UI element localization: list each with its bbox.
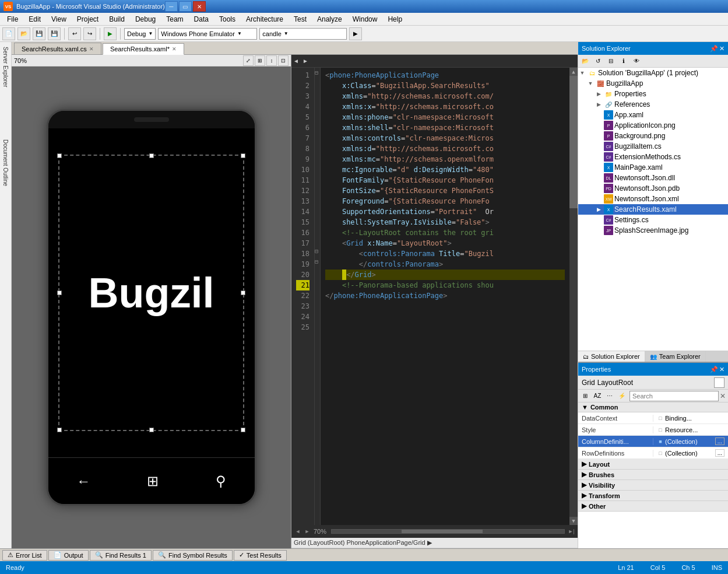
prop-section-layout[interactable]: ▶ Layout bbox=[578, 459, 728, 470]
prop-edit-btn[interactable]: ... bbox=[715, 438, 725, 445]
code-content[interactable]: 12345 678910 1112131415 1617181920 21 22… bbox=[291, 68, 578, 525]
prop-section-transform[interactable]: ▶ Transform bbox=[578, 491, 728, 501]
prop-search-input[interactable] bbox=[629, 391, 719, 401]
menu-window[interactable]: Window bbox=[348, 14, 382, 24]
branch-dropdown[interactable]: candle▼ bbox=[259, 28, 347, 40]
server-explorer-tab[interactable]: Server Explorer bbox=[1, 44, 10, 89]
menu-tools[interactable]: Tools bbox=[214, 14, 240, 24]
se-show-all[interactable]: 📂 bbox=[579, 56, 591, 66]
tree-settings[interactable]: ▶ C# Settings.cs bbox=[578, 215, 728, 225]
editor-vscrollbar[interactable]: ▲ ▼ bbox=[569, 68, 578, 525]
prop-close-btn[interactable]: ✕ bbox=[719, 366, 725, 373]
scroll-left-btn[interactable]: ◄ bbox=[291, 55, 301, 68]
minimize-button[interactable]: ─ bbox=[165, 1, 178, 12]
toolbar-undo[interactable]: ↩ bbox=[68, 27, 81, 40]
tree-mainpage[interactable]: ▶ X MainPage.xaml bbox=[578, 162, 728, 173]
phone-back-btn[interactable]: ← bbox=[76, 473, 90, 489]
phone-search-btn[interactable]: ⚲ bbox=[216, 473, 226, 489]
prop-events[interactable]: ⚡ bbox=[616, 391, 628, 401]
tab-close-xaml[interactable]: ✕ bbox=[172, 46, 177, 52]
se-preview[interactable]: 👁 bbox=[631, 56, 642, 66]
bottom-tab-findsymbol[interactable]: 🔍 Find Symbol Results bbox=[153, 550, 233, 561]
tree-newtonsoft-dll[interactable]: ▶ DL Newtonsoft.Json.dll bbox=[578, 173, 728, 183]
tab-searchresults-xaml[interactable]: SearchResults.xaml* ✕ bbox=[103, 43, 184, 55]
code-lines[interactable]: <phone:PhoneApplicationPage x:Class="Bug… bbox=[321, 68, 569, 525]
toolbar-open[interactable]: 📂 bbox=[17, 27, 30, 40]
scroll-right-btn[interactable]: ► bbox=[301, 55, 310, 68]
tree-bugzillaitem[interactable]: ▶ C# BugzillaItem.cs bbox=[578, 141, 728, 152]
menu-file[interactable]: File bbox=[2, 14, 23, 24]
tab-close-cs[interactable]: ✕ bbox=[89, 46, 94, 52]
prop-by-category[interactable]: ⊞ bbox=[579, 391, 591, 401]
tree-project[interactable]: ▼ 🧱 BugzillaApp bbox=[578, 78, 728, 89]
se-collapse[interactable]: ⊟ bbox=[605, 56, 617, 66]
prop-row-style[interactable]: Style □ Resource... bbox=[578, 424, 728, 436]
toolbar-branch-action[interactable]: ▶ bbox=[349, 27, 362, 40]
close-button[interactable]: ✕ bbox=[193, 1, 206, 12]
tree-searchresults[interactable]: ▶ X SearchResults.xaml bbox=[578, 204, 728, 215]
se-pin-btn[interactable]: 📌 bbox=[710, 45, 718, 52]
toolbar-redo[interactable]: ↪ bbox=[83, 27, 96, 40]
menu-view[interactable]: View bbox=[47, 14, 71, 24]
toolbar-saveall[interactable]: 💾 bbox=[48, 27, 61, 40]
tree-properties[interactable]: ▶ 📁 Properties bbox=[578, 89, 728, 99]
zoom-fit[interactable]: ⤢ bbox=[243, 55, 254, 66]
hscroll-left[interactable]: ◄ bbox=[294, 527, 302, 536]
tree-newtonsoft-pdb[interactable]: ▶ PD Newtonsoft.Json.pdb bbox=[578, 183, 728, 194]
se-refresh[interactable]: ↺ bbox=[592, 56, 604, 66]
tree-references[interactable]: ▶ 🔗 References bbox=[578, 99, 728, 110]
tree-solution[interactable]: ▼ 🗂 Solution 'BugzillaApp' (1 project) bbox=[578, 68, 728, 78]
prop-section-visibility[interactable]: ▶ Visibility bbox=[578, 480, 728, 491]
scroll-down-btn[interactable]: ▼ bbox=[569, 517, 578, 525]
bottom-tab-testresults[interactable]: ✓ Test Results bbox=[234, 550, 287, 561]
prop-section-other[interactable]: ▶ Other bbox=[578, 501, 728, 512]
menu-project[interactable]: Project bbox=[72, 14, 103, 24]
hscroll-end[interactable]: ►| bbox=[567, 527, 575, 536]
toolbar-save[interactable]: 💾 bbox=[33, 27, 45, 40]
menu-help[interactable]: Help bbox=[383, 14, 407, 24]
se-close-btn[interactable]: ✕ bbox=[719, 45, 725, 52]
tab-team-explorer[interactable]: 👥 Team Explorer bbox=[645, 351, 706, 362]
tree-app-xaml[interactable]: ▶ X App.xaml bbox=[578, 110, 728, 120]
prop-pin-btn[interactable]: 📌 bbox=[710, 366, 718, 373]
tab-solution-explorer[interactable]: 🗂 Solution Explorer bbox=[578, 351, 645, 362]
document-outline-tab[interactable]: Document Outline bbox=[1, 137, 10, 188]
zoom-snap[interactable]: ⊡ bbox=[278, 55, 289, 66]
toolbar-start[interactable]: ▶ bbox=[104, 27, 117, 40]
bottom-tab-output[interactable]: 📄 Output bbox=[48, 550, 89, 561]
hscroll-right[interactable]: ► bbox=[303, 527, 311, 536]
prop-show-advanced[interactable]: ⋯ bbox=[604, 391, 616, 401]
prop-row-columndefinitions[interactable]: ColumnDefiniti... ■ (Collection) ... bbox=[578, 436, 728, 447]
prop-search-clear[interactable]: ✕ bbox=[720, 392, 726, 400]
debug-mode-dropdown[interactable]: Debug▼ bbox=[124, 28, 156, 40]
emulator-dropdown[interactable]: Windows Phone Emulator▼ bbox=[158, 28, 257, 40]
menu-debug[interactable]: Debug bbox=[131, 14, 160, 24]
tree-newtonsoft-xml[interactable]: ▶ XM Newtonsoft.Json.xml bbox=[578, 194, 728, 204]
prop-alpha-sort[interactable]: AZ bbox=[592, 391, 603, 401]
prop-section-brushes[interactable]: ▶ Brushes bbox=[578, 470, 728, 480]
toolbar-new[interactable]: 📄 bbox=[2, 27, 15, 40]
tab-searchresults-cs[interactable]: SearchResults.xaml.cs ✕ bbox=[14, 43, 101, 54]
menu-team[interactable]: Team bbox=[161, 14, 188, 24]
menu-analyze[interactable]: Analyze bbox=[312, 14, 347, 24]
tree-appicon[interactable]: ▶ P ApplicationIcon.png bbox=[578, 120, 728, 131]
menu-architecture[interactable]: Architecture bbox=[241, 14, 288, 24]
menu-build[interactable]: Build bbox=[104, 14, 129, 24]
menu-edit[interactable]: Edit bbox=[24, 14, 45, 24]
zoom-out[interactable]: ↕ bbox=[266, 55, 277, 66]
prop-row-rowdefinitions[interactable]: RowDefinitions □ (Collection) ... bbox=[578, 447, 728, 459]
tree-extensionmethods[interactable]: ▶ C# ExtensionMethods.cs bbox=[578, 152, 728, 162]
prop-section-common[interactable]: ▼ Common bbox=[578, 402, 728, 412]
phone-windows-btn[interactable]: ⊞ bbox=[147, 473, 159, 489]
scroll-up-btn[interactable]: ▲ bbox=[569, 68, 578, 76]
menu-test[interactable]: Test bbox=[289, 14, 311, 24]
prop-row-datacontext[interactable]: DataContext □ Binding... bbox=[578, 412, 728, 424]
hscroll-track[interactable] bbox=[331, 529, 565, 534]
zoom-actual[interactable]: ⊞ bbox=[255, 55, 265, 66]
se-props[interactable]: ℹ bbox=[618, 56, 629, 66]
bottom-tab-errorlist[interactable]: ⚠ Error List bbox=[2, 550, 47, 561]
restore-button[interactable]: ▭ bbox=[179, 1, 192, 12]
prop-search[interactable]: ✕ bbox=[629, 391, 726, 401]
tree-background[interactable]: ▶ P Background.png bbox=[578, 131, 728, 141]
tree-splashscreen[interactable]: ▶ JP SplashScreenImage.jpg bbox=[578, 225, 728, 236]
